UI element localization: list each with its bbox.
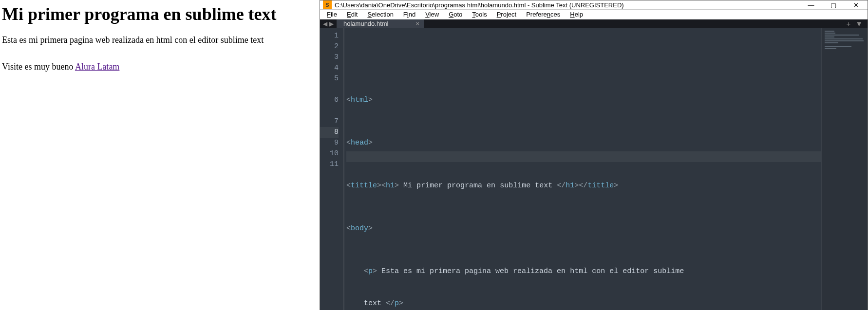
line-number: 2 (320, 41, 339, 52)
menu-view[interactable]: View (421, 10, 443, 19)
menu-goto[interactable]: Goto (445, 10, 466, 19)
new-tab-icon[interactable]: + (846, 19, 850, 28)
browser-preview-pane: Mi primer programa en sublime text Esta … (0, 0, 320, 310)
minimize-button[interactable]: — (806, 1, 816, 9)
maximize-button[interactable]: ▢ (829, 1, 838, 9)
line-number: 3 (320, 52, 339, 63)
menu-edit[interactable]: Edit (343, 10, 361, 19)
menu-preferences[interactable]: Preferences (522, 10, 564, 19)
menu-selection[interactable]: Selection (363, 10, 397, 19)
close-button[interactable]: ✕ (851, 1, 861, 9)
editor-body: 1 2 3 4 5 . 6 . 7 8 9 10 11 <html> <head… (320, 28, 868, 310)
window-controls: — ▢ ✕ (806, 1, 865, 9)
visit-line: Visite es muy bueno Alura Latam (2, 62, 318, 72)
menu-tools[interactable]: Tools (468, 10, 491, 19)
line-number: 7 (320, 116, 339, 127)
current-line-highlight (346, 151, 821, 162)
menu-help[interactable]: Help (566, 10, 587, 19)
tab-holamundo[interactable]: holamundo.html × (337, 19, 424, 28)
menu-project[interactable]: Project (493, 10, 520, 19)
code-area[interactable]: <html> <head> <tittle><h1> Mi primer pro… (343, 28, 821, 310)
tab-dropdown-icon[interactable]: ▼ (855, 19, 863, 28)
alura-link[interactable]: Alura Latam (75, 62, 119, 72)
line-number: 10 (320, 148, 339, 159)
line-number: 6 (320, 95, 339, 106)
tab-label: holamundo.html (343, 20, 389, 27)
tab-prev-icon[interactable]: ◀ (323, 20, 327, 27)
line-number: 1 (320, 31, 339, 41)
titlebar[interactable]: S C:\Users\dania\OneDrive\Escritorio\pro… (320, 0, 868, 10)
window-title: C:\Users\dania\OneDrive\Escritorio\progr… (335, 1, 806, 9)
line-number: 5 (320, 73, 339, 84)
tab-nav-arrows: ◀ ▶ (320, 19, 337, 28)
menu-find[interactable]: Find (399, 10, 419, 19)
line-number-gutter: 1 2 3 4 5 . 6 . 7 8 9 10 11 (320, 28, 343, 310)
line-number: 4 (320, 63, 339, 73)
sublime-window: S C:\Users\dania\OneDrive\Escritorio\pro… (320, 0, 868, 310)
tab-close-icon[interactable]: × (415, 20, 419, 27)
line-number: 11 (320, 159, 339, 170)
visit-prefix: Visite es muy bueno (2, 62, 75, 72)
menubar: File Edit Selection Find View Goto Tools… (320, 10, 868, 19)
line-number: 9 (320, 138, 339, 148)
sublime-icon: S (323, 0, 332, 9)
tabbar: ◀ ▶ holamundo.html × + ▼ (320, 19, 868, 28)
page-paragraph: Esta es mi primera pagina web realizada … (2, 35, 318, 45)
minimap[interactable] (821, 28, 868, 310)
menu-file[interactable]: File (323, 10, 341, 19)
page-heading: Mi primer programa en sublime text (2, 4, 318, 24)
line-number-current: 8 (320, 127, 339, 138)
tab-next-icon[interactable]: ▶ (329, 20, 334, 27)
